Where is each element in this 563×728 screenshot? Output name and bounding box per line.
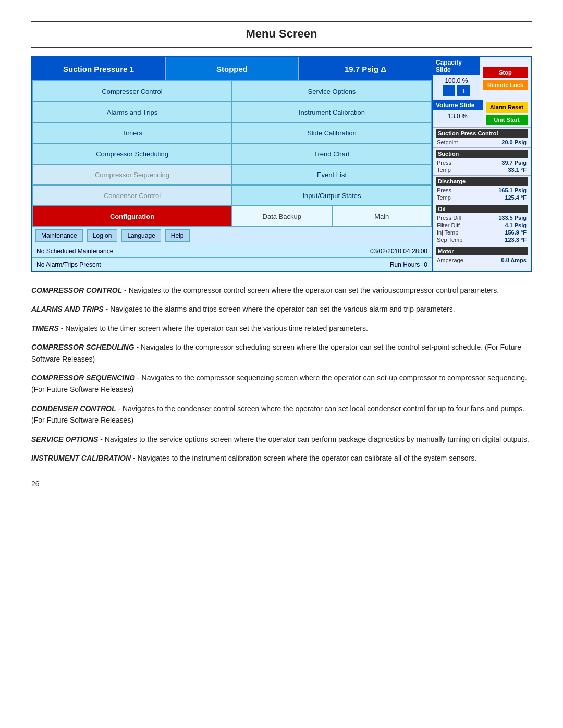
compressor-sequencing-btn[interactable]: Compressor Sequencing (32, 164, 232, 185)
alarm-reset-btn[interactable]: Alarm Reset (486, 102, 528, 113)
scheduled-maintenance-label: No Scheduled Maintenance (36, 248, 370, 255)
descriptions-section: COMPRESSOR CONTROL - Navigates to the co… (31, 285, 532, 464)
slide-controls: − + (436, 85, 477, 96)
capacity-increase-btn[interactable]: + (457, 85, 470, 96)
volume-slide-section: Volume Slide 13.0 % (433, 100, 483, 127)
desc-timers-text: - Navigates to the timer screen where th… (59, 324, 368, 332)
setpoint-row: Setpoint 20.0 Psig (436, 139, 528, 146)
configuration-btn[interactable]: Configuration (32, 206, 232, 227)
suction-press-row: Press 39.7 Psig (436, 159, 528, 166)
motor-title: Motor (436, 247, 528, 255)
page-number: 26 (31, 479, 532, 488)
capacity-slide-title: Capacity Slide (433, 57, 480, 75)
bottom-divider (31, 47, 532, 48)
discharge-temp-row: Temp 125.4 °F (436, 194, 528, 201)
desc-service-options: SERVICE OPTIONS - Navigates to the servi… (31, 434, 532, 445)
suction-pressure-label: Suction Pressure 1 (32, 57, 166, 80)
desc-alarms-trips-text: - Navigates to the alarms and trips scre… (104, 305, 455, 313)
discharge-section: Discharge Press 165.1 Psig Temp 125.4 °F (433, 175, 531, 203)
desc-compressor-sequencing: COMPRESSOR SEQUENCING - Navigates to the… (31, 372, 532, 396)
discharge-temp-value: 125.4 °F (505, 194, 527, 201)
oil-sep-temp-row: Sep Temp 123.3 °F (436, 236, 528, 243)
volume-row: Volume Slide 13.0 % Alarm Reset Unit Sta… (433, 100, 531, 127)
condenser-control-btn[interactable]: Condenser Control (32, 185, 232, 206)
discharge-title: Discharge (436, 177, 528, 186)
capacity-decrease-btn[interactable]: − (443, 85, 455, 96)
main-btn[interactable]: Main (332, 206, 432, 227)
compressor-scheduling-btn[interactable]: Compressor Scheduling (32, 143, 232, 164)
maintenance-btn[interactable]: Maintenance (35, 229, 83, 242)
oil-filter-diff-row: Filter Diff 4.1 Psig (436, 221, 528, 229)
bottom-toolbar: Maintenance Log on Language Help (32, 227, 432, 244)
discharge-press-row: Press 165.1 Psig (436, 187, 528, 194)
ui-panel: Suction Pressure 1 Stopped 19.7 Psig Δ C… (31, 56, 532, 272)
desc-alarms-trips-bold: ALARMS AND TRIPS (31, 305, 104, 313)
oil-press-diff-value: 133.5 Psig (498, 215, 527, 221)
language-btn[interactable]: Language (121, 229, 161, 242)
suction-press-control-section: Suction Press Control Setpoint 20.0 Psig (433, 127, 531, 147)
status-label: Stopped (166, 57, 299, 80)
discharge-temp-label: Temp (437, 194, 451, 201)
motor-amperage-label: Amperage (437, 257, 463, 263)
stop-btn[interactable]: Stop (483, 67, 528, 78)
desc-compressor-scheduling: COMPRESSOR SCHEDULING - Navigates to the… (31, 341, 532, 365)
oil-inj-temp-row: Inj Temp 156.9 °F (436, 229, 528, 236)
alarms-trips-row: No Alarm/Trips Present Run Hours 0 (32, 257, 432, 271)
motor-amperage-value: 0.0 Amps (501, 257, 527, 263)
suction-section: Suction Press 39.7 Psig Temp 33.1 °F (433, 147, 531, 175)
capacity-row: Capacity Slide 100.0 % − + Stop Remote L… (433, 57, 531, 100)
desc-compressor-control: COMPRESSOR CONTROL - Navigates to the co… (31, 285, 532, 296)
desc-compressor-scheduling-bold: COMPRESSOR SCHEDULING (31, 343, 134, 351)
suction-temp-label: Temp (437, 167, 451, 173)
desc-instrument-calibration: INSTRUMENT CALIBRATION - Navigates to th… (31, 452, 532, 464)
help-btn[interactable]: Help (165, 229, 190, 242)
suction-temp-row: Temp 33.1 °F (436, 166, 528, 174)
capacity-slide-area: 100.0 % − + (433, 75, 480, 100)
log-on-btn[interactable]: Log on (87, 229, 118, 242)
data-backup-btn[interactable]: Data Backup (232, 206, 332, 227)
desc-service-options-bold: SERVICE OPTIONS (31, 435, 98, 443)
compressor-control-btn[interactable]: Compressor Control (32, 81, 232, 102)
suction-temp-value: 33.1 °F (508, 167, 527, 173)
trend-chart-btn[interactable]: Trend Chart (232, 143, 432, 164)
motor-section: Motor Amperage 0.0 Amps (433, 245, 531, 265)
suction-press-label: Press (437, 159, 451, 166)
instrument-calibration-btn[interactable]: Instrument Calibration (232, 102, 432, 122)
stop-btn-container: Stop Remote Lock (480, 57, 531, 100)
unit-start-btn[interactable]: Unit Start (486, 115, 528, 125)
no-alarms-label: No Alarm/Trips Present (36, 261, 390, 268)
oil-filter-diff-value: 4.1 Psig (505, 222, 527, 228)
alarm-unit-btn-container: Alarm Reset Unit Start (483, 100, 531, 127)
discharge-press-value: 165.1 Psig (498, 187, 527, 193)
remote-lock-btn[interactable]: Remote Lock (483, 80, 528, 90)
timers-btn[interactable]: Timers (32, 122, 232, 143)
alarms-trips-btn[interactable]: Alarms and Trips (32, 102, 232, 122)
left-center-panel: Suction Pressure 1 Stopped 19.7 Psig Δ C… (32, 57, 432, 271)
service-options-btn[interactable]: Service Options (232, 81, 432, 102)
desc-instrument-calibration-bold: INSTRUMENT CALIBRATION (31, 454, 131, 462)
run-hours-value: 0 (424, 261, 427, 268)
suction-press-control-title: Suction Press Control (436, 129, 528, 138)
event-list-btn[interactable]: Event List (232, 164, 432, 185)
desc-alarms-trips: ALARMS AND TRIPS - Navigates to the alar… (31, 303, 532, 315)
setpoint-value: 20.0 Psig (501, 139, 527, 145)
top-divider (31, 21, 532, 22)
capacity-slide-section: Capacity Slide 100.0 % − + (433, 57, 480, 100)
oil-sep-temp-value: 123.3 °F (505, 237, 527, 243)
desc-service-options-text: - Navigates to the service options scree… (98, 435, 529, 443)
capacity-pct: 100.0 % (436, 77, 477, 84)
right-panel: Capacity Slide 100.0 % − + Stop Remote L… (432, 57, 531, 271)
oil-filter-diff-label: Filter Diff (437, 222, 460, 228)
desc-compressor-control-bold: COMPRESSOR CONTROL (31, 286, 122, 294)
oil-title: Oil (436, 205, 528, 213)
volume-pct: 13.0 % (436, 113, 480, 120)
scheduled-maintenance-row: No Scheduled Maintenance 03/02/2010 04:2… (32, 244, 432, 257)
desc-instrument-calibration-text: - Navigates to the instrument calibratio… (131, 454, 476, 462)
header-row: Suction Pressure 1 Stopped 19.7 Psig Δ (32, 57, 432, 80)
desc-condenser-control-bold: CONDENSER CONTROL (31, 404, 116, 413)
slide-calibration-btn[interactable]: Slide Calibration (232, 122, 432, 143)
suction-title: Suction (436, 150, 528, 158)
oil-press-diff-label: Press Diff (437, 215, 461, 221)
volume-slide-area: 13.0 % (433, 110, 483, 123)
input-output-states-btn[interactable]: Input/Output States (232, 185, 432, 206)
